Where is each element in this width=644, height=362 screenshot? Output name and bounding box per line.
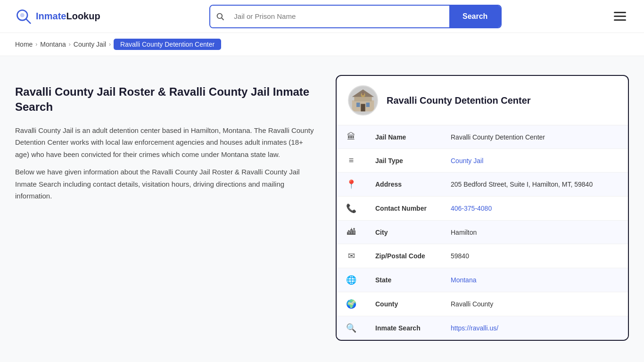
row-label-3: Contact Number — [366, 197, 441, 221]
row-link-3[interactable]: 406-375-4080 — [451, 205, 492, 212]
description-para-2: Below we have given information about th… — [15, 166, 317, 202]
jail-name-icon: 🏛 — [337, 125, 366, 149]
inmate-search-icon: 🔍 — [337, 316, 366, 340]
row-label-2: Address — [366, 173, 441, 197]
right-panel: Ravalli County Detention Center 🏛Jail Na… — [336, 75, 629, 341]
breadcrumb-state[interactable]: Montana — [40, 41, 66, 48]
svg-rect-10 — [361, 104, 365, 111]
info-card-header: Ravalli County Detention Center — [337, 76, 628, 125]
facility-avatar — [348, 85, 378, 115]
row-label-8: Inmate Search — [366, 316, 441, 340]
svg-line-1 — [26, 19, 30, 23]
logo-icon — [15, 8, 32, 25]
hamburger-line-3 — [614, 19, 626, 21]
facility-details-table: 🏛Jail NameRavalli County Detention Cente… — [337, 125, 628, 340]
city-icon: 🏙 — [337, 221, 366, 244]
search-wrapper: Search — [209, 5, 502, 28]
main-content: Ravalli County Jail Roster & Ravalli Cou… — [0, 56, 644, 360]
search-icon-container — [210, 6, 230, 27]
row-label-4: City — [366, 221, 441, 244]
row-value-1[interactable]: County Jail — [441, 149, 628, 173]
breadcrumb-current: Ravalli County Detention Center — [114, 39, 221, 50]
breadcrumb-jail-type-link[interactable]: County Jail — [74, 41, 106, 48]
facility-image — [350, 87, 376, 114]
row-label-5: Zip/Postal Code — [366, 244, 441, 268]
table-row: 🌍CountyRavalli County — [337, 292, 628, 316]
search-input[interactable] — [230, 6, 449, 27]
phone-icon: 📞 — [337, 197, 366, 221]
row-value-4: Hamilton — [441, 221, 628, 244]
breadcrumb-sep-3: › — [109, 41, 111, 48]
row-label-6: State — [366, 268, 441, 292]
description-para-1: Ravalli County Jail is an adult detentio… — [15, 124, 317, 161]
row-label-0: Jail Name — [366, 125, 441, 149]
left-panel: Ravalli County Jail Roster & Ravalli Cou… — [15, 75, 317, 341]
state-icon: 🌐 — [337, 268, 366, 292]
row-link-1[interactable]: County Jail — [451, 157, 483, 165]
search-area: Search — [209, 5, 502, 28]
table-row: ≡Jail TypeCounty Jail — [337, 149, 628, 173]
row-value-3[interactable]: 406-375-4080 — [441, 197, 628, 221]
breadcrumb-jail-type[interactable]: County Jail — [74, 41, 106, 48]
row-link-6[interactable]: Montana — [451, 276, 476, 284]
table-row: 🔍Inmate Searchhttps://ravalli.us/ — [337, 316, 628, 340]
logo-part2: Lookup — [66, 11, 100, 21]
svg-rect-9 — [366, 103, 370, 107]
hamburger-line-2 — [614, 16, 626, 17]
svg-rect-12 — [362, 91, 364, 95]
svg-point-3 — [217, 13, 223, 18]
hamburger-line-1 — [614, 12, 626, 13]
breadcrumb: Home › Montana › County Jail › Ravalli C… — [0, 33, 644, 56]
menu-button[interactable] — [611, 9, 629, 24]
search-button[interactable]: Search — [449, 6, 501, 27]
address-icon: 📍 — [337, 173, 366, 197]
table-row: 🌐StateMontana — [337, 268, 628, 292]
table-row: 🏙CityHamilton — [337, 221, 628, 244]
svg-line-4 — [222, 18, 224, 20]
breadcrumb-sep-2: › — [69, 41, 71, 48]
svg-rect-8 — [356, 103, 360, 107]
site-header: InmateLookup Search — [0, 0, 644, 33]
row-value-0: Ravalli County Detention Center — [441, 125, 628, 149]
jail-type-icon: ≡ — [337, 149, 366, 173]
row-link-8[interactable]: https://ravalli.us/ — [451, 324, 498, 332]
row-value-7: Ravalli County — [441, 292, 628, 316]
row-label-7: County — [366, 292, 441, 316]
table-row: 📞Contact Number406-375-4080 — [337, 197, 628, 221]
svg-point-2 — [20, 13, 25, 17]
row-value-8[interactable]: https://ravalli.us/ — [441, 316, 628, 340]
breadcrumb-sep-1: › — [35, 41, 37, 48]
table-row: 📍Address205 Bedford Street, Suite I, Ham… — [337, 173, 628, 197]
row-label-1: Jail Type — [366, 149, 441, 173]
search-icon — [216, 12, 224, 21]
row-value-5: 59840 — [441, 244, 628, 268]
logo-part1: Inmate — [36, 11, 66, 21]
table-row: ✉Zip/Postal Code59840 — [337, 244, 628, 268]
breadcrumb-home[interactable]: Home — [15, 41, 33, 48]
zip-icon: ✉ — [337, 244, 366, 268]
table-row: 🏛Jail NameRavalli County Detention Cente… — [337, 125, 628, 149]
info-card: Ravalli County Detention Center 🏛Jail Na… — [336, 75, 629, 341]
county-icon: 🌍 — [337, 292, 366, 316]
breadcrumb-state-link[interactable]: Montana — [40, 41, 66, 48]
row-value-2: 205 Bedford Street, Suite I, Hamilton, M… — [441, 173, 628, 197]
breadcrumb-home-link[interactable]: Home — [15, 41, 33, 48]
logo: InmateLookup — [15, 8, 100, 25]
logo-text: InmateLookup — [36, 11, 100, 22]
page-title: Ravalli County Jail Roster & Ravalli Cou… — [15, 84, 317, 115]
row-value-6[interactable]: Montana — [441, 268, 628, 292]
facility-title: Ravalli County Detention Center — [387, 95, 531, 106]
